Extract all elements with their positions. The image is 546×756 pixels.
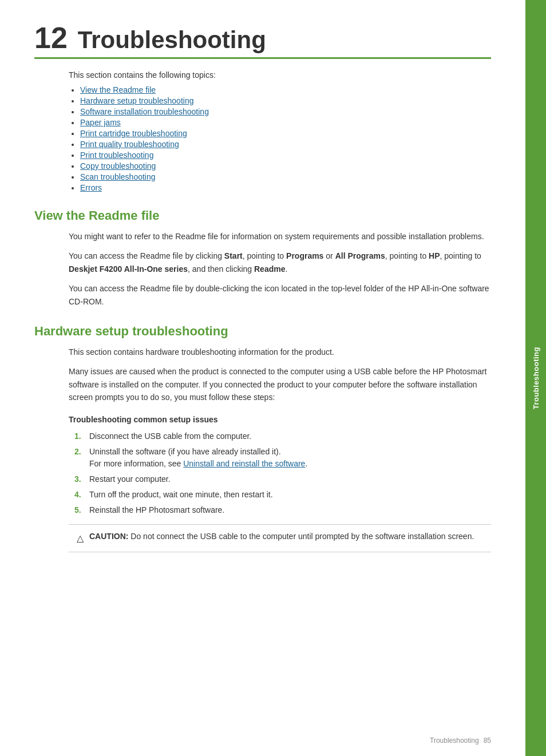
list-item: Paper jams	[80, 118, 491, 127]
toc-link-hardware[interactable]: Hardware setup troubleshooting	[80, 96, 193, 105]
list-item: Errors	[80, 183, 491, 192]
step-num-1: 1.	[74, 430, 85, 442]
list-item: Print troubleshooting	[80, 151, 491, 160]
toc-link-printquality[interactable]: Print quality troubleshooting	[80, 140, 179, 149]
list-item: Scan troubleshooting	[80, 172, 491, 181]
step-text-2: Uninstall the software (if you have alre…	[89, 446, 307, 470]
bold-readme: Readme	[254, 264, 285, 274]
page-header: 12 Troubleshooting	[34, 23, 491, 59]
caution-text: CAUTION: Do not connect the USB cable to…	[89, 531, 474, 543]
bold-hp: HP	[429, 251, 440, 260]
bold-start: Start	[224, 251, 243, 260]
list-item: 5. Reinstall the HP Photosmart software.	[74, 504, 491, 516]
section-readme: View the Readme file You might want to r…	[34, 208, 491, 308]
list-item: Copy troubleshooting	[80, 161, 491, 171]
bold-programs: Programs	[286, 251, 323, 260]
list-item: 3. Restart your computer.	[74, 473, 491, 485]
step-text-3: Restart your computer.	[89, 473, 171, 485]
hardware-para-2: Many issues are caused when the product …	[69, 365, 491, 403]
footer-section: Troubleshooting	[430, 737, 479, 745]
hardware-para-1: This section contains hardware troublesh…	[69, 346, 491, 358]
caution-label: CAUTION:	[89, 532, 128, 541]
toc-link-cartridge[interactable]: Print cartridge troubleshooting	[80, 129, 187, 138]
subsection-heading: Troubleshooting common setup issues	[69, 413, 491, 426]
step-num-5: 5.	[74, 504, 85, 516]
chapter-number: 12	[34, 23, 68, 53]
toc-link-scan[interactable]: Scan troubleshooting	[80, 172, 156, 181]
page-footer: Troubleshooting 85	[430, 737, 491, 745]
caution-box: △ CAUTION: Do not connect the USB cable …	[69, 524, 491, 552]
uninstall-link[interactable]: Uninstall and reinstall the software	[183, 459, 305, 468]
sidebar: Troubleshooting	[525, 0, 546, 756]
list-item: View the Readme file	[80, 85, 491, 94]
section-hardware: Hardware setup troubleshooting This sect…	[34, 324, 491, 552]
readme-para-1: You might want to refer to the Readme fi…	[69, 230, 491, 243]
toc-link-errors[interactable]: Errors	[80, 183, 102, 192]
step-text-5: Reinstall the HP Photosmart software.	[89, 504, 224, 516]
step-num-3: 3.	[74, 473, 85, 485]
readme-para-2: You can access the Readme file by clicki…	[69, 250, 491, 275]
sidebar-label: Troubleshooting	[532, 347, 540, 409]
toc-list: View the Readme file Hardware setup trou…	[80, 85, 491, 192]
intro-text: This section contains the following topi…	[69, 70, 491, 80]
step-text-4: Turn off the product, wait one minute, t…	[89, 489, 273, 501]
list-item: 2. Uninstall the software (if you have a…	[74, 446, 491, 470]
readme-body: You might want to refer to the Readme fi…	[69, 230, 491, 308]
list-item: Print quality troubleshooting	[80, 140, 491, 149]
footer-page: 85	[484, 737, 491, 745]
toc-link-software[interactable]: Software installation troubleshooting	[80, 107, 209, 116]
list-item: 1. Disconnect the USB cable from the com…	[74, 430, 491, 442]
hardware-heading: Hardware setup troubleshooting	[34, 324, 491, 339]
list-item: Software installation troubleshooting	[80, 107, 491, 116]
main-content: 12 Troubleshooting This section contains…	[0, 0, 525, 756]
bold-allprograms: All Programs	[335, 251, 385, 260]
step-num-2: 2.	[74, 446, 85, 470]
toc-link-print[interactable]: Print troubleshooting	[80, 151, 153, 160]
step-num-4: 4.	[74, 489, 85, 501]
hardware-body: This section contains hardware troublesh…	[69, 346, 491, 552]
toc-link-copy[interactable]: Copy troubleshooting	[80, 161, 156, 171]
readme-para-3: You can access the Readme file by double…	[69, 282, 491, 308]
chapter-title: Troubleshooting	[78, 28, 266, 52]
list-item: 4. Turn off the product, wait one minute…	[74, 489, 491, 501]
toc-link-paperjams[interactable]: Paper jams	[80, 118, 121, 127]
list-item: Print cartridge troubleshooting	[80, 129, 491, 138]
caution-icon: △	[77, 531, 84, 546]
steps-list: 1. Disconnect the USB cable from the com…	[74, 430, 491, 516]
readme-heading: View the Readme file	[34, 208, 491, 223]
toc-link-readme[interactable]: View the Readme file	[80, 85, 156, 94]
step-text-1: Disconnect the USB cable from the comput…	[89, 430, 251, 442]
bold-deskjet: Deskjet F4200 All-In-One series	[69, 264, 188, 274]
caution-body: Do not connect the USB cable to the comp…	[130, 532, 474, 541]
list-item: Hardware setup troubleshooting	[80, 96, 491, 105]
